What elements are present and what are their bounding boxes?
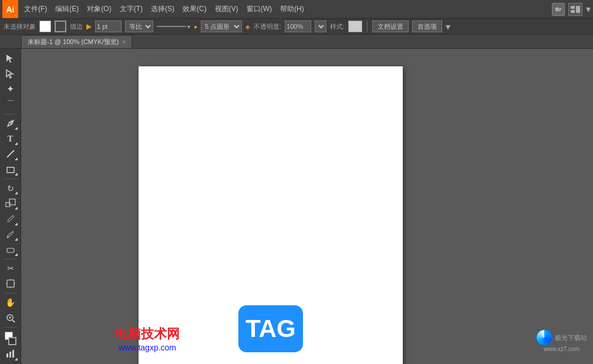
pencil-corner — [15, 238, 18, 241]
jiguang-logo: 极光下载站 — [536, 329, 587, 346]
toolbar-separator-5 — [4, 327, 18, 328]
line-tool[interactable] — [2, 147, 19, 161]
style-label: 样式: — [330, 22, 345, 31]
svg-rect-0 — [571, 6, 575, 9]
type-tool[interactable]: T — [2, 132, 19, 146]
line-corner — [15, 158, 18, 160]
graph-tool[interactable] — [2, 347, 19, 362]
paintbrush-tool[interactable] — [2, 211, 19, 226]
opacity-input[interactable] — [285, 21, 311, 32]
jiguang-name: 极光下载站 — [555, 333, 587, 342]
direct-selection-tool[interactable] — [2, 66, 19, 81]
tag-text: TAG — [245, 315, 296, 343]
menu-view[interactable]: 视图(V) — [211, 3, 242, 15]
toolbar-separator-2 — [4, 178, 18, 179]
zoom-tool[interactable] — [2, 311, 19, 325]
doc-setup-button[interactable]: 文档设置 — [372, 21, 409, 32]
selection-label: 未选择对象 — [4, 22, 36, 31]
menu-select[interactable]: 选择(S) — [147, 3, 178, 15]
toolbar-separator-1 — [4, 114, 18, 114]
watermark-left: 电脑技术网 www.tagxp.com — [115, 325, 180, 352]
artboard-icon — [5, 278, 16, 289]
menu-edit[interactable]: 编辑(E) — [52, 3, 82, 15]
watermark-tag: TAG — [238, 305, 303, 352]
svg-rect-21 — [6, 353, 8, 358]
paintbrush-icon — [5, 214, 16, 224]
pen-tool[interactable] — [2, 116, 19, 131]
workspace-switcher[interactable] — [568, 3, 582, 16]
svg-rect-1 — [576, 6, 580, 13]
separator — [367, 21, 368, 32]
line-tool-icon — [5, 149, 16, 159]
options-more[interactable]: ▾ — [446, 21, 450, 32]
menu-file[interactable]: 文件(F) — [21, 3, 50, 15]
left-toolbar: ✦ ⌒ T ↻ — [0, 49, 21, 364]
artboard-tool[interactable] — [2, 277, 19, 291]
graph-icon — [5, 349, 16, 359]
menu-help[interactable]: 帮助(H) — [277, 3, 308, 15]
menu-effect[interactable]: 效果(C) — [179, 3, 210, 15]
canvas-area[interactable]: 电脑技术网 www.tagxp.com TAG 极光下载站 www.xz7.co… — [21, 49, 593, 364]
svg-rect-7 — [7, 167, 14, 173]
rotate-tool[interactable]: ↻ — [2, 181, 19, 196]
svg-rect-11 — [7, 248, 14, 252]
jiguang-url: www.xz7.com — [544, 346, 579, 352]
workspace-icon — [571, 6, 580, 13]
svg-point-5 — [11, 122, 12, 123]
pen-tool-icon — [5, 118, 16, 129]
direct-selection-icon — [5, 69, 16, 79]
tab-close-button[interactable]: × — [122, 39, 126, 45]
rect-corner — [15, 173, 18, 176]
lasso-tool[interactable]: ⌒ — [2, 97, 19, 112]
brush-corner — [15, 223, 18, 225]
style-swatch[interactable] — [348, 21, 362, 32]
pen-corner — [15, 127, 18, 130]
svg-rect-2 — [571, 10, 575, 13]
pencil-tool[interactable] — [2, 227, 19, 242]
fill-stroke-control[interactable] — [2, 329, 19, 346]
preferences-button[interactable]: 首选项 — [412, 21, 442, 32]
svg-rect-12 — [7, 280, 14, 287]
menu-type[interactable]: 文字(T) — [116, 3, 146, 15]
tab-bar: 未标题-1 @ 100% (CMYK/预览) × — [0, 35, 593, 49]
stroke-dropdown-arrow[interactable]: ▾ — [187, 23, 190, 30]
watermark-jiguang: 极光下载站 www.xz7.com — [536, 329, 587, 352]
rectangle-tool[interactable] — [2, 162, 19, 177]
zoom-icon — [5, 313, 16, 323]
stroke-swatch[interactable] — [55, 21, 66, 32]
shape-icon: ● — [194, 23, 197, 30]
eraser-corner — [15, 254, 18, 256]
magic-wand-tool[interactable]: ✦ — [2, 82, 19, 96]
toolbar-separator-3 — [4, 259, 18, 259]
graph-corner — [15, 358, 18, 360]
selection-tool[interactable] — [2, 51, 19, 66]
scale-tool-icon — [5, 198, 16, 209]
opacity-dropdown[interactable] — [315, 21, 326, 32]
app-logo: Ai — [2, 0, 18, 18]
scissors-tool[interactable]: ✂ — [2, 261, 19, 276]
scale-tool[interactable] — [2, 196, 19, 211]
toolbar-separator-4 — [4, 293, 18, 294]
stroke-line — [157, 26, 186, 27]
stroke-icon: ▶ — [86, 22, 92, 31]
menu-object[interactable]: 对象(O) — [83, 3, 114, 15]
workspace-arrow[interactable]: ▾ — [586, 4, 591, 15]
menu-window[interactable]: 窗口(W) — [243, 3, 275, 15]
eraser-tool[interactable] — [2, 242, 19, 257]
hand-tool[interactable]: ✋ — [2, 295, 19, 310]
selection-tool-icon — [5, 53, 16, 64]
svg-rect-23 — [12, 350, 14, 358]
watermark-site-url: www.tagxp.com — [119, 343, 176, 352]
menu-bar: 文件(F) 编辑(E) 对象(O) 文字(T) 选择(S) 效果(C) 视图(V… — [21, 3, 550, 15]
svg-marker-3 — [6, 55, 13, 63]
rotate-corner — [15, 192, 18, 194]
shape-dropdown[interactable]: 5 点圆形 — [201, 21, 242, 32]
fill-swatch[interactable] — [39, 21, 51, 32]
document-tab[interactable]: 未标题-1 @ 100% (CMYK/预览) × — [21, 35, 132, 48]
bridge-button[interactable]: Br — [552, 3, 565, 16]
eraser-icon — [5, 244, 16, 255]
stroke-type-dropdown[interactable]: 等比 — [125, 21, 153, 32]
watermark-site-name: 电脑技术网 — [115, 325, 180, 343]
svg-rect-22 — [9, 352, 11, 358]
stroke-width-input[interactable] — [95, 21, 122, 32]
